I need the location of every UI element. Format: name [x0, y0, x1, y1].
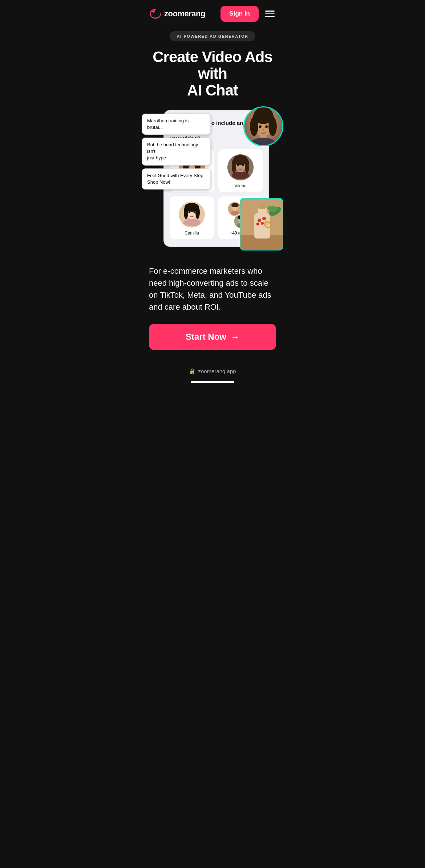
- svg-point-46: [189, 211, 190, 213]
- svg-point-9: [263, 129, 264, 131]
- mini-avatar-1: [227, 201, 241, 215]
- svg-point-15: [258, 219, 261, 222]
- avatar-hero: [243, 106, 283, 146]
- cta-arrow-icon: →: [231, 332, 239, 342]
- actor-name-vilena: Vilena: [234, 183, 246, 188]
- vilena-face: [227, 154, 254, 180]
- chat-bubbles: Marathon training is brutal... But the b…: [142, 114, 211, 190]
- sign-in-button[interactable]: Sign In: [220, 6, 259, 22]
- svg-rect-12: [254, 213, 270, 239]
- svg-point-47: [194, 211, 195, 213]
- menu-line-2: [265, 13, 275, 15]
- home-indicator: [191, 381, 234, 383]
- cta-container: Start Now →: [142, 320, 283, 357]
- actor-name-camilia: Camilia: [185, 231, 199, 236]
- menu-button[interactable]: [264, 9, 276, 19]
- hero-badge: AI-POWERED AD GENERATOR: [170, 31, 256, 41]
- product-svg: [240, 199, 283, 250]
- lock-icon: 🔒: [189, 368, 196, 375]
- svg-point-16: [262, 217, 266, 220]
- svg-point-45: [195, 206, 200, 219]
- svg-point-8: [265, 125, 268, 128]
- svg-point-18: [256, 223, 259, 225]
- actor-card-vilena[interactable]: Vilena: [218, 149, 263, 192]
- svg-point-40: [232, 172, 249, 179]
- svg-point-4: [253, 110, 274, 124]
- svg-point-38: [242, 164, 244, 166]
- svg-point-44: [184, 206, 188, 219]
- demo-section: Marathon training is brutal... But the b…: [145, 110, 280, 254]
- svg-point-52: [231, 203, 239, 207]
- menu-line-3: [265, 16, 275, 17]
- chat-bubble-2: But the bead technology isn'tjust hype: [142, 138, 211, 166]
- chat-bubble-3: Feel Good with Every Step: Shop Now!: [142, 168, 211, 190]
- logo-icon: [149, 7, 162, 20]
- svg-point-36: [245, 159, 249, 173]
- header: zoomerang Sign In: [142, 0, 283, 28]
- svg-rect-14: [259, 205, 266, 209]
- camilia-face: [179, 201, 205, 228]
- logo[interactable]: zoomerang: [149, 7, 205, 20]
- menu-line-1: [265, 11, 275, 12]
- body-description: For e-commerce marketers who need high-c…: [142, 254, 283, 320]
- hero-title: Create Video Ads with AI Chat: [149, 49, 276, 99]
- product-image: [240, 198, 283, 250]
- cta-label: Start Now: [186, 332, 226, 342]
- svg-point-17: [261, 222, 264, 225]
- svg-point-7: [259, 125, 262, 128]
- hero-section: AI-POWERED AD GENERATOR Create Video Ads…: [142, 28, 283, 99]
- svg-point-49: [183, 219, 201, 226]
- svg-point-35: [232, 159, 236, 173]
- avatar-hero-face: [244, 106, 282, 146]
- footer: 🔒 zoomerang.app: [142, 357, 283, 389]
- logo-text: zoomerang: [164, 9, 205, 19]
- start-now-button[interactable]: Start Now →: [149, 324, 276, 350]
- actor-avatar-camilia: [179, 201, 205, 228]
- actor-avatar-vilena: [227, 154, 254, 180]
- footer-url: 🔒 zoomerang.app: [189, 368, 236, 375]
- chat-bubble-1: Marathon training is brutal...: [142, 114, 211, 135]
- footer-url-text: zoomerang.app: [198, 368, 236, 374]
- header-actions: Sign In: [220, 6, 276, 22]
- actor-card-camilia[interactable]: Camilia: [170, 196, 214, 239]
- svg-point-37: [237, 164, 239, 166]
